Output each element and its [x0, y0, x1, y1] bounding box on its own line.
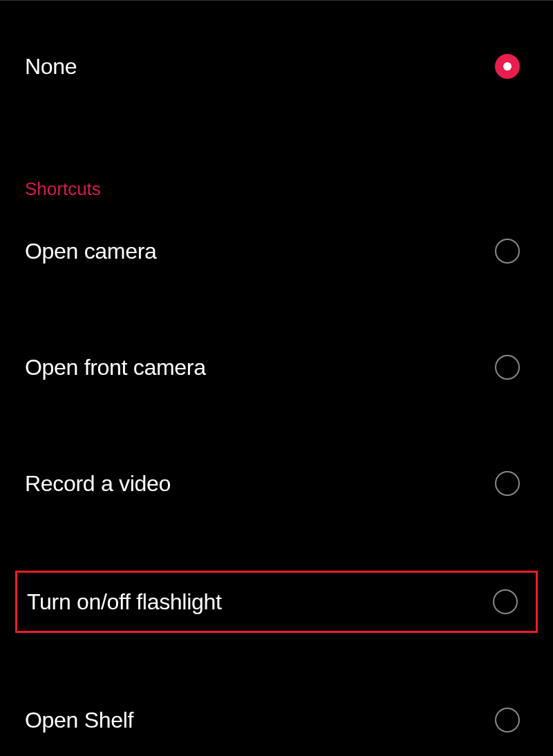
option-open-front-camera-label: Open front camera: [25, 355, 206, 380]
radio-unselected-icon: [493, 589, 518, 614]
spacer: [0, 633, 553, 662]
option-open-shelf[interactable]: Open Shelf: [0, 662, 553, 756]
settings-list: None Shortcuts Open camera Open front ca…: [0, 0, 553, 756]
option-record-video-label: Record a video: [25, 471, 171, 497]
option-open-front-camera[interactable]: Open front camera: [0, 309, 553, 425]
option-open-shelf-label: Open Shelf: [25, 708, 133, 733]
option-none[interactable]: None: [0, 2, 553, 127]
radio-selected-icon: [495, 54, 520, 79]
option-flashlight[interactable]: Turn on/off flashlight: [15, 571, 538, 633]
shortcuts-section: Open camera Open front camera Record a v…: [0, 193, 553, 756]
radio-unselected-icon: [495, 355, 520, 380]
option-flashlight-label: Turn on/off flashlight: [27, 589, 222, 615]
option-record-video[interactable]: Record a video: [0, 425, 553, 542]
option-none-label: None: [25, 54, 77, 80]
option-open-camera[interactable]: Open camera: [0, 193, 553, 309]
radio-unselected-icon: [495, 708, 520, 732]
radio-unselected-icon: [495, 471, 520, 496]
option-open-camera-label: Open camera: [25, 239, 157, 264]
radio-unselected-icon: [495, 239, 520, 264]
spacer: [0, 542, 553, 571]
